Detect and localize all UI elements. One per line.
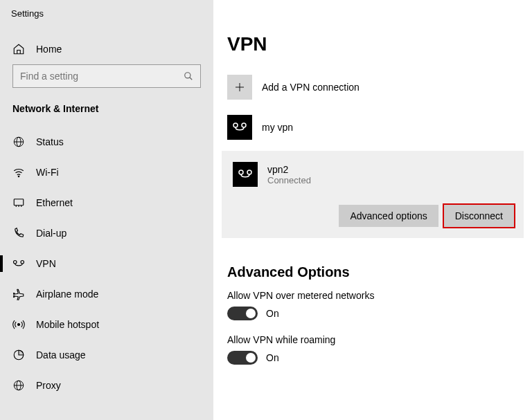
page-title: VPN [227,33,520,55]
sidebar-item-vpn[interactable]: VPN [0,248,213,279]
sidebar-item-label: Dial-up [36,228,66,239]
advanced-options-heading: Advanced Options [227,264,520,280]
advanced-options-button[interactable]: Advanced options [339,205,438,227]
toggle-switch-roaming[interactable] [227,351,258,365]
sidebar-item-label: VPN [36,258,56,269]
sidebar-item-label: Data usage [36,349,86,360]
vpn-connection-icon [233,162,258,187]
sidebar-category: Network & Internet [0,98,213,127]
sidebar-item-label: Airplane mode [36,289,98,300]
svg-point-0 [185,73,190,78]
toggle-label: Allow VPN over metered networks [227,290,520,301]
app-title: Settings [0,8,213,34]
search-wrap [0,64,213,98]
svg-point-22 [247,170,251,174]
home-icon [12,43,25,55]
toggle-roaming: Allow VPN while roaming On [227,334,520,365]
sidebar-item-label: Proxy [36,380,61,391]
plus-icon [227,75,252,100]
sidebar-item-label: Status [36,136,64,147]
sidebar-home-label: Home [36,44,62,55]
vpn-connection-name: my vpn [262,122,293,133]
sidebar-item-wifi[interactable]: Wi-Fi [0,157,213,188]
search-box[interactable] [12,64,201,88]
svg-rect-6 [14,199,24,206]
vpn-connection-myvpn[interactable]: my vpn [227,111,520,144]
sidebar-item-label: Wi-Fi [36,167,59,178]
wifi-icon [12,166,25,179]
add-vpn-label: Add a VPN connection [262,82,360,93]
search-icon [184,71,193,81]
globe-icon [12,136,25,148]
hotspot-icon [12,318,25,331]
add-vpn-connection[interactable]: Add a VPN connection [227,71,520,104]
svg-point-19 [233,123,238,127]
vpn-connection-icon [227,115,252,140]
disconnect-button[interactable]: Disconnect [444,205,514,227]
sidebar-item-ethernet[interactable]: Ethernet [0,188,213,218]
toggle-switch-metered[interactable] [227,307,258,320]
svg-point-11 [21,261,24,264]
phone-icon [12,227,25,239]
svg-point-12 [18,324,20,326]
toggle-label: Allow VPN while roaming [227,334,520,345]
vpn-connection-vpn2[interactable]: vpn2 Connected [227,158,514,191]
sidebar-item-label: Ethernet [36,197,73,208]
sidebar-item-airplane[interactable]: Airplane mode [0,279,213,309]
vpn-connection-status: Connected [267,175,311,185]
vpn-connection-selected: vpn2 Connected Advanced options Disconne… [222,151,524,238]
proxy-icon [12,379,25,392]
ethernet-icon [12,197,25,209]
toggle-metered: Allow VPN over metered networks On [227,290,520,320]
sidebar-item-label: Mobile hotspot [36,319,99,330]
svg-point-5 [18,176,19,177]
svg-point-20 [242,123,246,127]
svg-point-21 [239,170,243,174]
toggle-state: On [266,308,279,319]
main-panel: VPN Add a VPN connection my vpn [213,0,532,420]
vpn-icon [12,257,25,270]
data-usage-icon [12,349,25,361]
sidebar-item-hotspot[interactable]: Mobile hotspot [0,309,213,340]
vpn-connection-name: vpn2 [267,164,311,175]
search-input[interactable] [20,71,184,82]
sidebar-item-dialup[interactable]: Dial-up [0,218,213,248]
settings-sidebar: Settings Home Network & Internet Status [0,0,213,420]
svg-line-1 [190,77,193,80]
toggle-state: On [266,352,279,363]
svg-point-10 [14,261,17,264]
sidebar-item-datausage[interactable]: Data usage [0,340,213,370]
airplane-icon [12,288,25,300]
sidebar-item-status[interactable]: Status [0,127,213,157]
sidebar-home[interactable]: Home [0,34,213,64]
vpn-action-row: Advanced options Disconnect [227,205,514,227]
sidebar-item-proxy[interactable]: Proxy [0,370,213,401]
